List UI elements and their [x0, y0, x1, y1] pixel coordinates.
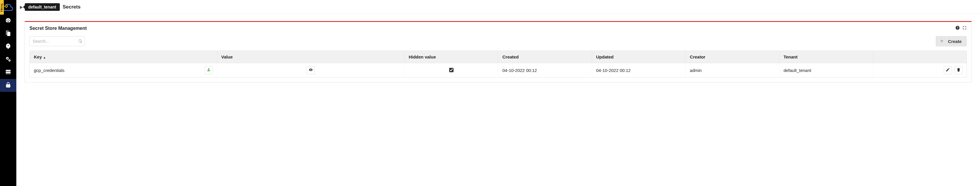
plus-icon: [940, 39, 944, 44]
help-icon[interactable]: [955, 26, 960, 31]
gauge-icon: [5, 17, 11, 25]
trial-badge: TRIAL: [0, 0, 4, 14]
trash-icon: [956, 67, 961, 73]
edit-icon: [946, 67, 950, 73]
hidden-value-checkbox[interactable]: [449, 68, 453, 72]
sidebar-item-secrets[interactable]: [0, 79, 16, 92]
main-area: ▶ default_tenant Secrets Secret Store Ma…: [16, 0, 980, 186]
sidebar-item-deploy[interactable]: [0, 40, 16, 53]
column-value[interactable]: Value: [217, 51, 404, 63]
sidebar-item-dashboard[interactable]: [0, 14, 16, 27]
sidebar-item-files[interactable]: [0, 27, 16, 40]
edit-button[interactable]: [944, 66, 952, 74]
create-button[interactable]: Create: [935, 36, 967, 46]
table-row: gcp_credentials: [30, 63, 967, 77]
tenant-breadcrumb[interactable]: default_tenant: [25, 3, 60, 11]
secrets-table: Key▲ Value Hidden value Created Updated …: [29, 51, 967, 77]
create-button-label: Create: [948, 39, 962, 44]
delete-button[interactable]: [955, 66, 963, 74]
secret-tenant: default_tenant: [780, 63, 873, 77]
column-updated[interactable]: Updated: [592, 51, 686, 63]
svg-point-0: [5, 5, 8, 7]
content: Secret Store Management: [16, 14, 980, 186]
chevron-right-icon: ▶: [20, 5, 23, 10]
gears-icon: [5, 56, 11, 64]
secret-updated: 04-10-2022 00:12: [592, 63, 686, 77]
column-actions: [873, 51, 967, 63]
panel-header: Secret Store Management: [25, 22, 972, 33]
expand-icon[interactable]: [962, 26, 967, 31]
server-icon: [5, 69, 11, 76]
column-created[interactable]: Created: [498, 51, 592, 63]
secret-creator: admin: [686, 63, 780, 77]
column-hidden-value[interactable]: Hidden value: [404, 51, 498, 63]
panel-title: Secret Store Management: [29, 26, 87, 31]
column-key[interactable]: Key▲: [30, 51, 217, 63]
sidebar-item-servers[interactable]: [0, 66, 16, 79]
files-icon: [5, 30, 11, 38]
search-input[interactable]: [29, 36, 85, 46]
column-tenant[interactable]: Tenant: [780, 51, 873, 63]
page-title: Secrets: [63, 4, 81, 10]
secrets-panel: Secret Store Management: [24, 21, 972, 82]
sidebar: TRIAL: [0, 0, 16, 186]
secret-created: 04-10-2022 00:12: [498, 63, 592, 77]
reveal-value-button[interactable]: [307, 66, 315, 74]
eye-icon: [309, 67, 313, 73]
lock-icon: [5, 82, 11, 89]
topbar: ▶ default_tenant Secrets: [16, 0, 980, 14]
owner-badge[interactable]: [205, 66, 213, 74]
table-header-row: Key▲ Value Hidden value Created Updated …: [30, 51, 967, 63]
secret-key: gcp_credentials: [34, 68, 64, 73]
search-wrap: [29, 36, 85, 46]
sidebar-item-settings[interactable]: [0, 53, 16, 66]
rocket-icon: [5, 43, 11, 51]
panel-toolbar: Create: [25, 33, 972, 51]
user-icon: [207, 67, 211, 73]
column-creator[interactable]: Creator: [686, 51, 780, 63]
sort-asc-icon: ▲: [43, 56, 46, 59]
